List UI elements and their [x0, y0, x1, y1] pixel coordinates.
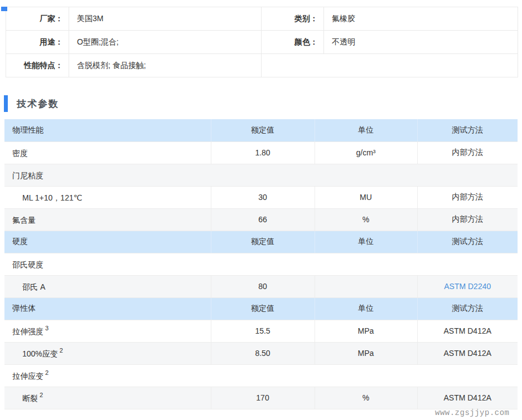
unit-cell: MPa [315, 320, 417, 342]
test-method-header: 测试方法 [417, 231, 518, 253]
section-accent-bar [4, 95, 8, 112]
manufacturer-value: 美国3M [69, 7, 262, 31]
info-row-features: 性能特点： 含脱模剂; 食品接触; [6, 54, 518, 77]
test-method-cell: 内部方法 [417, 186, 518, 208]
table-row: 断裂2 170 % ASTM D412A [4, 387, 518, 409]
unit-cell: % [315, 387, 417, 409]
table-section-header-row: 弹性体 额定值 单位 测试方法 [4, 297, 518, 320]
param-name-cell: 密度 [4, 141, 211, 164]
info-row-usage-color: 用途： O型圈;混合; 颜色： 不透明 [6, 31, 518, 54]
usage-value: O型圈;混合; [69, 31, 262, 54]
product-spec-page: www.zgsjjyp.com 厂家： 美国3M 类别： 氟橡胶 用途： O型圈… [0, 7, 522, 420]
test-method-header: 测试方法 [417, 297, 518, 320]
features-value: 含脱模剂; 食品接触; [69, 54, 262, 77]
param-group-title: 物理性能 [4, 119, 211, 141]
usage-label: 用途： [6, 31, 69, 54]
test-method-link[interactable]: ASTM D2240 [417, 275, 518, 297]
category-label: 类别： [262, 7, 324, 31]
section-title: 技术参数 [17, 97, 59, 110]
color-value: 不透明 [324, 31, 518, 54]
param-subgroup-row: 邵氏硬度 [4, 253, 518, 275]
param-name-cell: 氟含量 [4, 208, 211, 231]
param-subgroup-cell: 邵氏硬度 [4, 253, 518, 275]
table-row: ML 1+10，121℃ 30 MU 内部方法 [4, 186, 518, 208]
table-row: 密度 1.80 g/cm³ 内部方法 [4, 141, 518, 164]
rated-value-cell: 170 [211, 387, 315, 409]
param-name-cell: 100%应变2 [4, 342, 211, 364]
table-row: 100%应变2 8.50 MPa ASTM D412A [4, 342, 518, 364]
unit-cell [315, 275, 417, 297]
empty-cell [262, 54, 518, 77]
test-method-cell: ASTM D412A [417, 387, 518, 409]
color-label: 颜色： [262, 31, 324, 54]
rated-value-header: 额定值 [211, 231, 315, 253]
param-subgroup-cell: 拉伸应变2 [4, 364, 518, 387]
test-method-cell: ASTM D412A [417, 320, 518, 342]
param-group-title: 弹性体 [4, 297, 211, 320]
rated-value-cell: 8.50 [211, 342, 315, 364]
test-method-cell: 内部方法 [417, 141, 518, 164]
param-name-cell: ML 1+10，121℃ [4, 186, 211, 208]
tech-params-table: 物理性能 额定值 单位 测试方法 密度 1.80 g/cm³ 内部方法 门尼粘度… [4, 119, 518, 409]
rated-value-cell: 15.5 [211, 320, 315, 342]
unit-cell: g/cm³ [315, 141, 417, 164]
table-section-header-row: 硬度 额定值 单位 测试方法 [4, 231, 518, 253]
category-value: 氟橡胶 [324, 7, 518, 31]
features-label: 性能特点： [6, 54, 69, 77]
param-subgroup-cell: 门尼粘度 [4, 164, 518, 186]
unit-cell: % [315, 208, 417, 231]
manufacturer-label: 厂家： [6, 7, 69, 31]
test-method-cell: ASTM D412A [417, 342, 518, 364]
product-info-table: 厂家： 美国3M 类别： 氟橡胶 用途： O型圈;混合; 颜色： 不透明 性能特… [6, 7, 518, 77]
param-name-cell: 拉伸强度3 [4, 320, 211, 342]
unit-header: 单位 [315, 119, 417, 141]
test-method-cell: 内部方法 [417, 208, 518, 231]
section-header: 技术参数 [0, 95, 522, 112]
table-section-header-row: 物理性能 额定值 单位 测试方法 [4, 119, 518, 141]
rated-value-cell: 30 [211, 186, 315, 208]
param-subgroup-row: 拉伸应变2 [4, 364, 518, 387]
param-subgroup-row: 门尼粘度 [4, 164, 518, 186]
unit-cell: MU [315, 186, 417, 208]
table-row: 邵氏 A 80 ASTM D2240 [4, 275, 518, 297]
rated-value-cell: 1.80 [211, 141, 315, 164]
unit-header: 单位 [315, 297, 417, 320]
param-name-cell: 断裂2 [4, 387, 211, 409]
section-bar-fragment [1, 7, 7, 11]
unit-cell: MPa [315, 342, 417, 364]
rated-value-cell: 66 [211, 208, 315, 231]
param-name-cell: 邵氏 A [4, 275, 211, 297]
test-method-header: 测试方法 [417, 119, 518, 141]
table-row: 氟含量 66 % 内部方法 [4, 208, 518, 231]
param-group-title: 硬度 [4, 231, 211, 253]
rated-value-cell: 80 [211, 275, 315, 297]
info-row-manufacturer-category: 厂家： 美国3M 类别： 氟橡胶 [6, 7, 518, 31]
rated-value-header: 额定值 [211, 119, 315, 141]
watermark: www.zgsjjyp.com [435, 408, 510, 417]
rated-value-header: 额定值 [211, 297, 315, 320]
unit-header: 单位 [315, 231, 417, 253]
table-row: 拉伸强度3 15.5 MPa ASTM D412A [4, 320, 518, 342]
